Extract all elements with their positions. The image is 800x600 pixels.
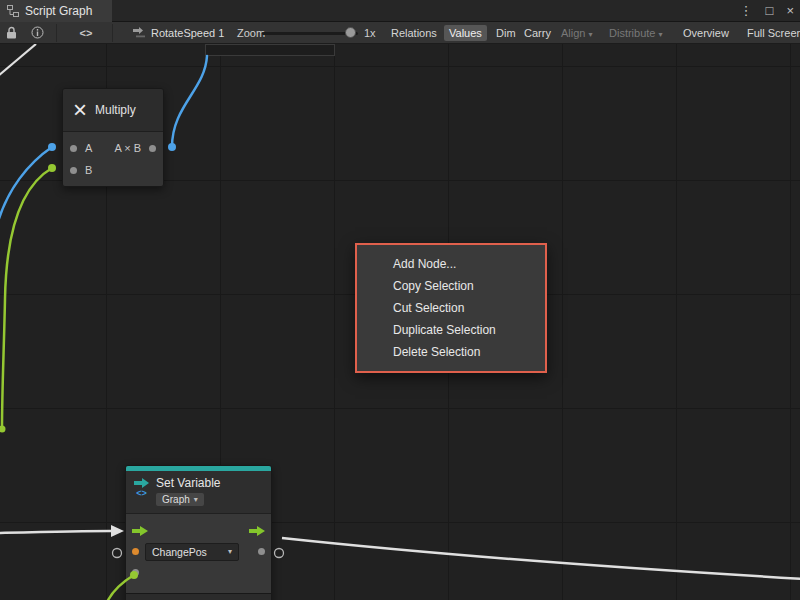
graph-toolbar: <> RotateSpeed 1 Zoom 1x Relations Value… xyxy=(0,22,800,44)
chevron-down-icon: ▾ xyxy=(228,547,232,556)
outer-port-ring-right[interactable] xyxy=(275,549,284,558)
variable-name-dropdown[interactable]: ChangePos ▾ xyxy=(145,543,239,561)
zoom-slider[interactable] xyxy=(262,32,358,35)
set-variable-footer xyxy=(126,593,271,600)
menu-item-add-node[interactable]: Add Node... xyxy=(357,253,545,275)
port-a-label: A xyxy=(85,142,92,154)
icon-shape xyxy=(142,478,149,488)
wire-endpoint-blue xyxy=(168,143,176,151)
window-close-button[interactable]: × xyxy=(786,0,794,22)
graph-canvas[interactable]: × Multiply A A × B B xyxy=(0,44,800,600)
context-menu: Add Node... Copy Selection Cut Selection… xyxy=(355,243,547,373)
menu-item-cut-selection[interactable]: Cut Selection xyxy=(357,297,545,319)
overview-button[interactable]: Overview xyxy=(678,25,734,41)
menu-item-duplicate-selection[interactable]: Duplicate Selection xyxy=(357,319,545,341)
icon-shape xyxy=(8,6,13,10)
zoom-label: Zoom xyxy=(237,22,265,43)
scope-label: Graph xyxy=(162,494,190,505)
code-view-button[interactable]: <> xyxy=(70,22,102,43)
menu-item-copy-selection[interactable]: Copy Selection xyxy=(357,275,545,297)
values-button[interactable]: Values xyxy=(444,25,487,41)
multiply-row-b: B xyxy=(63,159,163,181)
zoom-value: 1x xyxy=(364,22,376,43)
multiply-node-title: Multiply xyxy=(95,103,136,117)
icon-shape xyxy=(37,32,38,37)
value-input-row xyxy=(126,562,271,583)
variable-row: ChangePos ▾ xyxy=(126,541,271,562)
dim-button[interactable]: Dim xyxy=(491,25,521,41)
zoom-slider-knob[interactable] xyxy=(345,27,356,38)
window-menu-button[interactable]: ⋮ xyxy=(740,0,753,22)
menu-item-delete-selection[interactable]: Delete Selection xyxy=(357,341,545,363)
icon-shape xyxy=(133,27,143,34)
unit-icon xyxy=(133,27,147,38)
multiply-row-a: A A × B xyxy=(63,137,163,159)
info-button[interactable] xyxy=(31,22,44,43)
wire-white-left xyxy=(0,531,111,533)
icon-shape xyxy=(7,32,16,39)
align-button[interactable]: Align ▾ xyxy=(556,25,598,41)
distribute-label: Distribute xyxy=(609,27,655,39)
wire-endpoint-green xyxy=(48,164,56,172)
port-result-output[interactable] xyxy=(149,145,156,152)
wire-endpoint-green xyxy=(0,426,6,433)
chevron-down-icon: ▾ xyxy=(194,495,198,504)
set-variable-icon xyxy=(134,478,149,488)
toolbar-separator xyxy=(112,24,113,42)
set-variable-body: ChangePos ▾ xyxy=(126,514,271,583)
outer-port-ring-left[interactable] xyxy=(113,549,122,558)
port-b-input[interactable] xyxy=(70,167,77,174)
variable-name-label: ChangePos xyxy=(152,546,207,558)
icon-shape xyxy=(9,27,14,32)
lock-icon xyxy=(6,26,17,40)
chevron-down-icon: ▾ xyxy=(589,30,593,39)
port-b-label: B xyxy=(85,164,92,176)
variable-name-port[interactable] xyxy=(132,548,139,555)
relations-button[interactable]: Relations xyxy=(386,25,442,41)
flow-input-arrow[interactable] xyxy=(132,526,148,536)
flow-output-arrow[interactable] xyxy=(249,526,265,536)
port-result-label: A × B xyxy=(114,142,141,154)
clipped-node-fragment[interactable] xyxy=(205,44,335,56)
icon-shape xyxy=(14,13,19,17)
node-set-variable[interactable]: <> Set Variable Graph ▾ xyxy=(125,465,272,600)
graph-breadcrumb[interactable]: RotateSpeed 1 xyxy=(151,22,224,43)
window-maximize-button[interactable]: □ xyxy=(766,0,774,22)
set-variable-title: Set Variable xyxy=(156,476,220,490)
wire-blue-top xyxy=(172,56,207,147)
chevron-down-icon: ▾ xyxy=(659,30,663,39)
port-a-input[interactable] xyxy=(70,145,77,152)
multiply-icon: × xyxy=(73,89,87,131)
graph-unit-icon xyxy=(133,22,147,43)
wire-arrowhead xyxy=(111,525,124,537)
wire-green-b xyxy=(2,168,52,429)
variable-output-port[interactable] xyxy=(258,548,265,555)
wire-endpoint-blue xyxy=(48,143,56,151)
lock-button[interactable] xyxy=(6,22,17,43)
distribute-button[interactable]: Distribute ▾ xyxy=(604,25,668,41)
toolbar-separator xyxy=(56,24,57,42)
code-icon: <> xyxy=(80,27,93,39)
variable-scope-dropdown[interactable]: Graph ▾ xyxy=(156,493,204,506)
value-input-port[interactable] xyxy=(132,569,139,576)
set-variable-header[interactable]: <> Set Variable Graph ▾ xyxy=(126,471,271,514)
icon-shape xyxy=(134,481,142,485)
align-label: Align xyxy=(561,27,585,39)
carry-button[interactable]: Carry xyxy=(519,25,556,41)
window-titlebar: Script Graph ⋮ □ × xyxy=(0,0,800,22)
icon-shape xyxy=(132,526,148,536)
multiply-node-body: A A × B B xyxy=(63,132,163,186)
context-menu-list: Add Node... Copy Selection Cut Selection… xyxy=(357,245,545,371)
icon-shape xyxy=(249,526,265,536)
icon-shape xyxy=(136,36,145,38)
node-multiply[interactable]: × Multiply A A × B B xyxy=(62,88,164,187)
multiply-node-header[interactable]: × Multiply xyxy=(63,89,163,132)
fullscreen-button[interactable]: Full Screen xyxy=(742,25,800,41)
flow-ports-row xyxy=(126,520,271,541)
wire-blue-a xyxy=(0,147,52,229)
graph-tab-icon xyxy=(7,5,19,17)
icon-shape xyxy=(37,29,38,31)
wire-white-corner xyxy=(0,44,36,76)
icon-shape xyxy=(10,10,14,15)
tab-script-graph[interactable]: Script Graph xyxy=(0,0,112,22)
